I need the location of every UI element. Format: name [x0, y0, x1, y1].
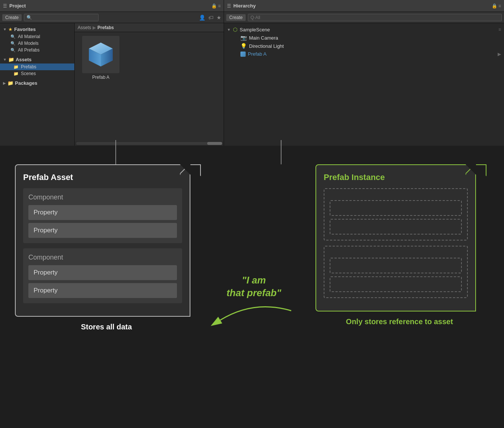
assets-folder-icon: 📁 — [8, 57, 14, 62]
asset-item-prefab-a[interactable]: Prefab A — [78, 36, 123, 80]
component-1-label: Component — [28, 193, 177, 201]
dashed-property-1-2 — [330, 219, 462, 235]
prefab-asset-container: Prefab Asset Component Property Property… — [11, 164, 202, 421]
component-2-label: Component — [28, 254, 177, 261]
project-panel-title: Project — [9, 3, 26, 9]
project-assets-area: Assets ▶ Prefabs — [75, 23, 224, 146]
favorites-arrow: ▼ — [3, 27, 7, 31]
hierarchy-main-camera[interactable]: 📷 Main Camera — [224, 34, 504, 42]
scene-label: SampleScene — [240, 27, 270, 32]
all-models-label: All Models — [18, 41, 38, 46]
project-toolbar: Create 👤 🏷 ★ — [0, 12, 224, 23]
assets-section[interactable]: ▼ 📁 Assets — [0, 56, 74, 63]
scene-icon: ⬡ — [233, 27, 237, 32]
scene-more-icon: ≡ — [498, 27, 501, 32]
scrollbar-track — [76, 142, 222, 145]
property-1-2: Property — [28, 223, 177, 238]
dashed-component-block-2 — [324, 246, 468, 298]
sidebar-item-all-prefabs[interactable]: 🔍 All Prefabs — [0, 47, 74, 53]
project-sidebar: ▼ ★ Favorites 🔍 All Material 🔍 All Model… — [0, 23, 75, 146]
project-panel: ☰ Project 🔒 ≡ Create 👤 🏷 ★ ▼ ★ Favorites — [0, 0, 224, 146]
assets-label: Assets — [16, 57, 32, 62]
prefab-asset-title: Prefab Asset — [23, 173, 182, 182]
hierarchy-lock-icon: 🔒 ≡ — [492, 3, 501, 9]
asset-scrollbar[interactable] — [75, 141, 224, 146]
prefab-asset-box: Prefab Asset Component Property Property… — [15, 164, 190, 317]
light-icon: 💡 — [240, 43, 247, 49]
bottom-section: Prefab Asset Component Property Property… — [0, 153, 504, 428]
project-panel-header: ☰ Project 🔒 ≡ — [0, 0, 224, 12]
camera-icon: 📷 — [240, 35, 247, 41]
property-1-1: Property — [28, 205, 177, 220]
scrollbar-thumb — [207, 142, 222, 145]
component-block-2: Component Property Property — [23, 248, 182, 303]
prefab-more-icon: ▶ — [498, 52, 501, 57]
component-block-1: Component Property Property — [23, 188, 182, 243]
camera-label: Main Camera — [249, 35, 278, 41]
packages-arrow: ▶ — [3, 81, 6, 85]
breadcrumb: Assets ▶ Prefabs — [75, 23, 224, 32]
hierarchy-panel-icon: ☰ — [227, 3, 231, 9]
dashed-property-2-2 — [330, 276, 462, 292]
cube-svg — [86, 40, 116, 69]
hierarchy-content: ▼ ⬡ SampleScene ≡ 📷 Main Camera 💡 Direct… — [224, 23, 504, 146]
middle-section: "I amthat prefab" — [202, 164, 306, 421]
lock-icon: 🔒 ≡ — [211, 3, 221, 9]
light-label: Directional Light — [249, 43, 284, 49]
prefab-instance-container: Prefab Instance Only stores reference to… — [306, 164, 493, 421]
hierarchy-directional-light[interactable]: 💡 Directional Light — [224, 42, 504, 50]
hierarchy-search-input[interactable] — [248, 14, 502, 21]
all-material-label: All Material — [18, 34, 40, 39]
search-prefabs-icon: 🔍 — [10, 48, 16, 53]
prefab-instance-box: Prefab Instance — [315, 164, 476, 311]
property-2-1: Property — [28, 265, 177, 280]
breadcrumb-prefabs: Prefabs — [97, 25, 114, 30]
prefabs-label: Prefabs — [21, 64, 36, 69]
sidebar-item-all-material[interactable]: 🔍 All Material — [0, 33, 74, 40]
scenes-label: Scenes — [21, 71, 36, 76]
quote-text: "I amthat prefab" — [227, 274, 281, 300]
dashed-property-2-1 — [330, 258, 462, 273]
prefabs-folder-icon: 📁 — [13, 65, 19, 69]
property-2-2: Property — [28, 283, 177, 298]
favorites-section[interactable]: ▼ ★ Favorites — [0, 25, 74, 33]
breadcrumb-separator: ▶ — [93, 25, 96, 30]
asset-name-label: Prefab A — [92, 75, 109, 80]
prefab-asset-footer: Stores all data — [81, 323, 132, 331]
packages-label: Packages — [15, 80, 37, 86]
project-create-button[interactable]: Create — [2, 14, 22, 21]
assets-arrow: ▼ — [3, 58, 7, 62]
project-search-input[interactable] — [24, 14, 99, 21]
sidebar-item-scenes[interactable]: 📁 Scenes — [0, 70, 74, 77]
sidebar-item-all-models[interactable]: 🔍 All Models — [0, 40, 74, 47]
asset-thumbnail — [82, 36, 119, 73]
packages-section[interactable]: ▶ 📁 Packages — [0, 79, 74, 87]
prefab-cube-icon — [240, 52, 246, 57]
hierarchy-panel: ☰ Hierarchy 🔒 ≡ Create ▼ ⬡ SampleScene ≡… — [224, 0, 504, 146]
project-content: ▼ ★ Favorites 🔍 All Material 🔍 All Model… — [0, 23, 224, 146]
dashed-component-block-1 — [324, 188, 468, 241]
arrow-svg — [209, 303, 299, 333]
asset-grid: Prefab A — [75, 32, 224, 141]
prefab-a-label: Prefab A — [248, 51, 267, 57]
hierarchy-scene[interactable]: ▼ ⬡ SampleScene ≡ — [224, 25, 504, 34]
project-toolbar-icons: 👤 🏷 ★ — [199, 15, 221, 21]
scene-arrow: ▼ — [227, 28, 231, 32]
hierarchy-toolbar: Create — [224, 12, 504, 23]
search-material-icon: 🔍 — [10, 34, 16, 39]
scenes-folder-icon: 📁 — [13, 71, 19, 76]
hierarchy-prefab-a[interactable]: Prefab A ▶ — [224, 50, 504, 58]
hierarchy-panel-title: Hierarchy — [233, 3, 256, 9]
hierarchy-create-button[interactable]: Create — [226, 14, 246, 21]
person-icon: 👤 — [199, 15, 205, 21]
top-panels: ☰ Project 🔒 ≡ Create 👤 🏷 ★ ▼ ★ Favorites — [0, 0, 504, 146]
hierarchy-panel-header: ☰ Hierarchy 🔒 ≡ — [224, 0, 504, 12]
dashed-property-1-1 — [330, 200, 462, 216]
star-toolbar-icon: ★ — [217, 15, 221, 21]
packages-folder-icon: 📁 — [7, 80, 13, 86]
sidebar-item-prefabs[interactable]: 📁 Prefabs — [0, 63, 74, 70]
project-panel-icon: ☰ — [3, 3, 7, 9]
tag-icon: 🏷 — [208, 15, 214, 21]
search-models-icon: 🔍 — [10, 41, 16, 46]
favorites-star-icon: ★ — [8, 27, 13, 32]
